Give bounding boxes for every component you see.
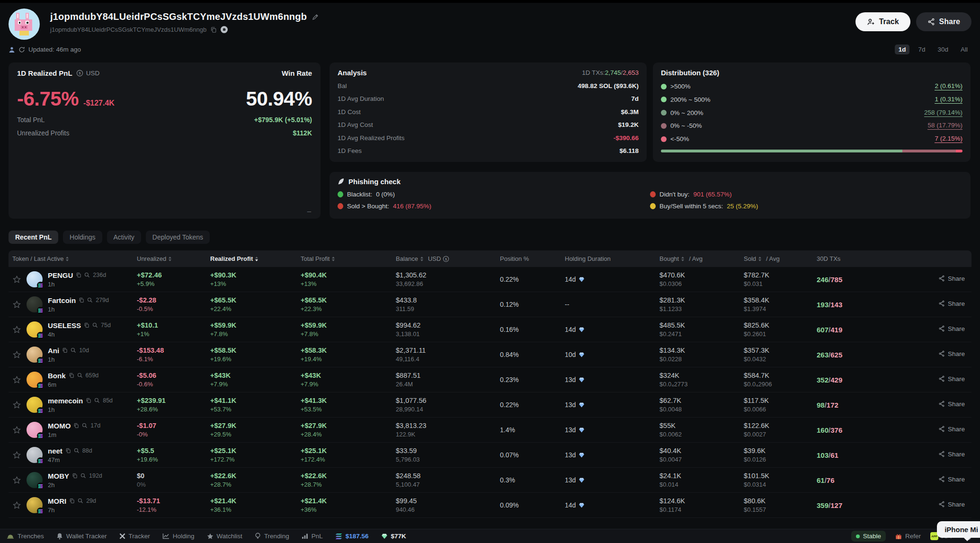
col-sold[interactable]: Sold/ Avg bbox=[744, 255, 817, 262]
copy-icon[interactable] bbox=[86, 398, 91, 403]
col-bought[interactable]: Bought/ Avg bbox=[659, 255, 744, 262]
token-name[interactable]: Ani bbox=[48, 347, 59, 355]
favorite-star[interactable] bbox=[9, 476, 27, 485]
favorite-star[interactable] bbox=[9, 426, 27, 435]
tab-deployed-tokens[interactable]: Deployed Tokens bbox=[146, 231, 210, 244]
search-icon[interactable] bbox=[77, 373, 83, 378]
row-share-button[interactable]: Share bbox=[938, 275, 965, 282]
token-avatar[interactable] bbox=[27, 422, 43, 438]
copy-icon[interactable] bbox=[73, 423, 79, 428]
time-range-1d[interactable]: 1d bbox=[895, 45, 910, 54]
row-share-button[interactable]: Share bbox=[938, 350, 965, 357]
token-name[interactable]: MOMO bbox=[48, 422, 71, 430]
row-share-button[interactable]: Share bbox=[938, 300, 965, 307]
share-button[interactable]: Share bbox=[916, 12, 971, 31]
stable-status[interactable]: Stable bbox=[851, 531, 886, 542]
nav-pnl[interactable]: PnL bbox=[302, 533, 323, 540]
favorite-star[interactable] bbox=[9, 401, 27, 409]
token-name[interactable]: neet bbox=[48, 447, 62, 455]
search-icon[interactable] bbox=[87, 297, 93, 303]
search-icon[interactable] bbox=[74, 448, 80, 454]
favorite-star[interactable] bbox=[9, 350, 27, 359]
token-name[interactable]: USELESS bbox=[48, 321, 81, 329]
token-avatar[interactable] bbox=[27, 271, 43, 287]
token-name[interactable]: MOBY bbox=[48, 472, 69, 480]
distribution-count-link[interactable]: 7 (2.15%) bbox=[935, 135, 962, 143]
search-icon[interactable] bbox=[82, 423, 88, 428]
token-name[interactable]: Bonk bbox=[48, 372, 66, 380]
copy-icon[interactable] bbox=[79, 297, 84, 303]
favorite-star[interactable] bbox=[9, 325, 27, 334]
nav-watchlist[interactable]: Watchlist bbox=[207, 533, 242, 540]
copy-icon[interactable] bbox=[62, 347, 68, 353]
row-share-button[interactable]: Share bbox=[938, 426, 965, 433]
favorite-star[interactable] bbox=[9, 501, 27, 510]
col-unrealized[interactable]: Unrealized bbox=[137, 255, 210, 262]
copy-icon[interactable] bbox=[72, 473, 78, 479]
col-total-profit[interactable]: Total Profit bbox=[301, 255, 396, 262]
time-range-30d[interactable]: 30d bbox=[934, 45, 952, 54]
row-share-button[interactable]: Share bbox=[938, 451, 965, 458]
search-icon[interactable] bbox=[78, 498, 83, 504]
token-avatar[interactable] bbox=[27, 497, 43, 513]
usd-coin-icon[interactable]: $ bbox=[443, 256, 449, 262]
search-icon[interactable] bbox=[80, 473, 86, 479]
usd-coin-icon[interactable]: $ bbox=[76, 70, 83, 77]
copy-icon[interactable] bbox=[69, 373, 74, 378]
row-share-button[interactable]: Share bbox=[938, 501, 965, 508]
copy-icon[interactable] bbox=[76, 272, 81, 278]
track-button[interactable]: Track bbox=[855, 12, 910, 31]
nav-holding[interactable]: Holding bbox=[162, 533, 195, 540]
copy-icon[interactable] bbox=[84, 322, 89, 328]
row-share-button[interactable]: Share bbox=[938, 325, 965, 332]
token-avatar[interactable] bbox=[27, 372, 43, 388]
copy-icon[interactable] bbox=[210, 27, 217, 33]
token-name[interactable]: MORI bbox=[48, 497, 66, 505]
gem-balance[interactable]: $77K bbox=[381, 533, 406, 540]
copy-icon[interactable] bbox=[65, 448, 71, 454]
search-icon[interactable] bbox=[71, 347, 76, 353]
distribution-count-link[interactable]: 2 (0.61%) bbox=[935, 82, 962, 90]
favorite-star[interactable] bbox=[9, 375, 27, 384]
token-avatar[interactable] bbox=[27, 321, 43, 338]
search-icon[interactable] bbox=[94, 398, 100, 403]
nav-trending[interactable]: Trending bbox=[255, 533, 289, 540]
tab-recent-pnl[interactable]: Recent PnL bbox=[9, 231, 58, 244]
explorer-icon[interactable] bbox=[221, 26, 228, 33]
token-name[interactable]: PENGU bbox=[48, 271, 73, 279]
favorite-star[interactable] bbox=[9, 300, 27, 309]
refresh-icon[interactable] bbox=[18, 46, 25, 53]
col-balance[interactable]: Balance USD $ bbox=[396, 255, 500, 262]
time-range-7d[interactable]: 7d bbox=[914, 45, 929, 54]
token-avatar[interactable] bbox=[27, 347, 43, 363]
token-avatar[interactable] bbox=[27, 472, 43, 488]
chart-collapse-dash[interactable]: – bbox=[307, 207, 311, 215]
favorite-star[interactable] bbox=[9, 451, 27, 460]
token-name[interactable]: Fartcoin bbox=[48, 296, 76, 304]
time-range-all[interactable]: All bbox=[957, 45, 971, 54]
favorite-star[interactable] bbox=[9, 275, 27, 284]
distribution-count-link[interactable]: 258 (79.14%) bbox=[924, 109, 962, 117]
col-token[interactable]: Token / Last Active bbox=[9, 255, 137, 262]
distribution-count-link[interactable]: 1 (0.31%) bbox=[935, 96, 962, 104]
nav-trenches[interactable]: Trenches bbox=[7, 533, 44, 540]
sol-price[interactable]: $187.56 bbox=[335, 533, 369, 540]
distribution-count-link[interactable]: 58 (17.79%) bbox=[927, 122, 962, 130]
search-icon[interactable] bbox=[84, 272, 90, 278]
token-avatar[interactable] bbox=[27, 447, 43, 463]
tab-activity[interactable]: Activity bbox=[107, 231, 141, 244]
token-name[interactable]: memecoin bbox=[48, 397, 83, 405]
col-realized-profit[interactable]: Realized Profit bbox=[210, 255, 301, 262]
row-share-button[interactable]: Share bbox=[938, 375, 965, 383]
token-avatar[interactable] bbox=[27, 397, 43, 413]
row-share-button[interactable]: Share bbox=[938, 476, 965, 483]
row-share-button[interactable]: Share bbox=[938, 401, 965, 408]
nav-x-tracker[interactable]: Tracker bbox=[119, 533, 150, 540]
edit-icon[interactable] bbox=[312, 13, 319, 21]
search-icon[interactable] bbox=[92, 322, 98, 328]
token-avatar[interactable] bbox=[27, 296, 43, 312]
refer-link[interactable]: Refer bbox=[895, 533, 921, 540]
nav-wallet-tracker[interactable]: Wallet Tracker bbox=[56, 533, 107, 540]
copy-icon[interactable] bbox=[69, 498, 75, 504]
tab-holdings[interactable]: Holdings bbox=[63, 231, 102, 244]
